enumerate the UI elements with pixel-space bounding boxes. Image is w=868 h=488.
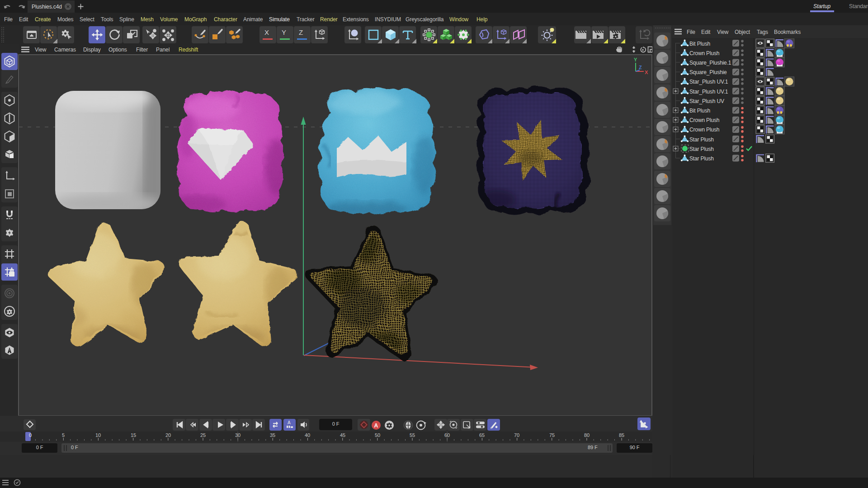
svg-text:A: A (374, 422, 378, 429)
svg-text:Y: Y (634, 57, 637, 62)
svg-text:Z: Z (639, 65, 642, 70)
svg-text:A: A (288, 420, 291, 425)
svg-text:X: X (645, 70, 648, 75)
